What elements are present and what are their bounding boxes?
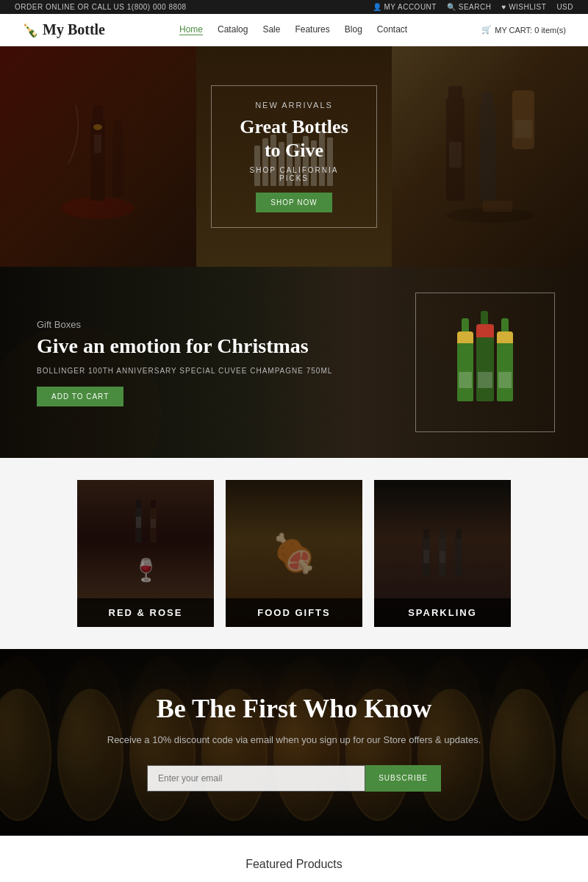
nav-contact[interactable]: Contact bbox=[377, 24, 407, 35]
gift-desc: BOLLINGER 100TH ANNIVERSARY SPECIAL CUVE… bbox=[37, 365, 368, 376]
svg-rect-6 bbox=[114, 120, 122, 133]
gift-image bbox=[404, 282, 566, 443]
nav-sale[interactable]: Sale bbox=[262, 24, 280, 35]
newsletter-email-input[interactable] bbox=[147, 765, 365, 792]
newsletter-title: Be The First Who Know bbox=[29, 693, 559, 724]
svg-rect-9 bbox=[449, 142, 462, 168]
main-nav: 🍾 My Bottle Home Catalog Sale Features B… bbox=[0, 14, 588, 46]
svg-rect-30 bbox=[440, 551, 445, 563]
svg-rect-20 bbox=[136, 500, 141, 508]
svg-rect-21 bbox=[136, 517, 141, 528]
newsletter-form: SUBSCRIBE bbox=[147, 765, 441, 792]
logo[interactable]: 🍾 My Bottle bbox=[22, 21, 105, 38]
svg-rect-23 bbox=[151, 500, 156, 508]
featured-section: Featured Products NEW SALE bbox=[0, 836, 588, 883]
hero-subtitle: SHOP CALIFORNIA PICKS bbox=[234, 166, 355, 182]
gift-title: Give an emotion for Christmas bbox=[37, 334, 368, 358]
svg-rect-15 bbox=[483, 201, 512, 212]
svg-rect-8 bbox=[448, 86, 462, 101]
gift-label: Gift Boxes bbox=[37, 319, 368, 330]
svg-rect-31 bbox=[455, 537, 462, 577]
svg-rect-10 bbox=[479, 105, 495, 201]
svg-rect-2 bbox=[93, 105, 103, 123]
newsletter-section: Be The First Who Know Receive a 10% disc… bbox=[0, 649, 588, 836]
svg-point-4 bbox=[93, 124, 102, 130]
svg-rect-5 bbox=[112, 131, 123, 197]
category-sparkling-label: SPARKLING bbox=[374, 598, 511, 627]
hero-left bbox=[0, 46, 196, 267]
nav-catalog[interactable]: Catalog bbox=[218, 24, 248, 35]
newsletter-subscribe-button[interactable]: SUBSCRIBE bbox=[365, 765, 441, 792]
hero-tag: New Arrivals bbox=[234, 101, 355, 110]
hero-content-box: New Arrivals Great Bottles to Give SHOP … bbox=[211, 85, 378, 227]
svg-rect-1 bbox=[90, 120, 105, 201]
category-red-rose-label: RED & ROSE bbox=[77, 598, 214, 627]
topbar-phone: ORDER ONLINE OR CALL US 1(800) 000 8808 bbox=[15, 3, 187, 11]
top-bar: ORDER ONLINE OR CALL US 1(800) 000 8808 … bbox=[0, 0, 588, 14]
nav-links: Home Catalog Sale Features Blog Contact bbox=[179, 24, 407, 35]
svg-rect-29 bbox=[440, 529, 445, 539]
nav-cart[interactable]: 🛒 MY CART: 0 item(s) bbox=[481, 25, 566, 35]
hero-cta-button[interactable]: SHOP NOW bbox=[256, 193, 331, 212]
gift-add-to-cart-button[interactable]: ADD TO CART bbox=[37, 387, 123, 406]
newsletter-subtitle: Receive a 10% discount code via email wh… bbox=[29, 733, 559, 747]
svg-rect-26 bbox=[423, 529, 429, 539]
category-section: 🍷 RED & ROSE 🍖 FOOD GIFTS SPARKLING bbox=[0, 458, 588, 649]
logo-icon: 🍾 bbox=[22, 22, 38, 38]
category-food-gifts[interactable]: 🍖 FOOD GIFTS bbox=[226, 480, 362, 627]
svg-rect-24 bbox=[151, 519, 156, 528]
hero-title: Great Bottles to Give bbox=[234, 115, 355, 161]
nav-blog[interactable]: Blog bbox=[345, 24, 362, 35]
topbar-account[interactable]: 👤 MY ACCOUNT bbox=[373, 3, 437, 11]
nav-features[interactable]: Features bbox=[295, 24, 329, 35]
category-red-rose[interactable]: 🍷 RED & ROSE bbox=[77, 480, 214, 627]
featured-title: Featured Products bbox=[22, 858, 566, 871]
hero-section: New Arrivals Great Bottles to Give SHOP … bbox=[0, 46, 588, 267]
gift-section: Gift Boxes Give an emotion for Christmas… bbox=[0, 267, 588, 458]
svg-rect-3 bbox=[94, 135, 101, 153]
topbar-search[interactable]: 🔍 SEARCH bbox=[447, 3, 491, 11]
svg-rect-27 bbox=[423, 550, 429, 563]
gift-content: Gift Boxes Give an emotion for Christmas… bbox=[0, 319, 404, 406]
topbar-currency[interactable]: USD bbox=[556, 3, 573, 11]
svg-rect-11 bbox=[481, 92, 493, 108]
hero-right bbox=[392, 46, 588, 267]
category-food-gifts-label: FOOD GIFTS bbox=[226, 598, 362, 627]
svg-rect-32 bbox=[456, 529, 462, 539]
nav-home[interactable]: Home bbox=[179, 24, 203, 35]
svg-rect-13 bbox=[514, 120, 532, 138]
topbar-wishlist[interactable]: ♥ WISHLIST bbox=[501, 3, 546, 11]
category-sparkling[interactable]: SPARKLING bbox=[374, 480, 511, 627]
hero-center: New Arrivals Great Bottles to Give SHOP … bbox=[196, 46, 392, 267]
